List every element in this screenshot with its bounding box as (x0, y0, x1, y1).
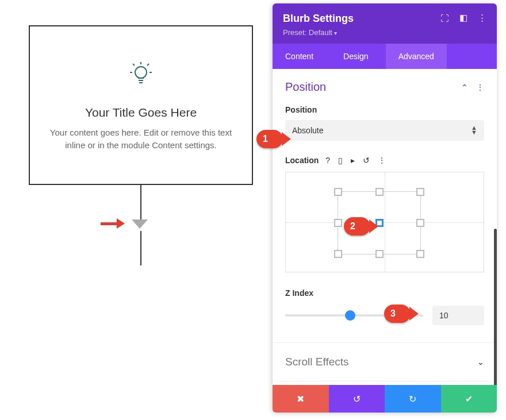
connector-line-top (140, 185, 141, 219)
select-arrows-icon: ▲▼ (471, 126, 477, 134)
phone-icon[interactable]: ▯ (338, 156, 343, 165)
preview-title: Your Title Goes Here (85, 106, 197, 120)
hover-icon[interactable]: ▸ (351, 156, 355, 165)
reset-icon[interactable]: ↺ (363, 156, 370, 165)
group-position-title: Position (285, 80, 326, 94)
annotation-arrow-icon (101, 218, 125, 229)
location-grid[interactable] (285, 172, 484, 272)
undo-button[interactable]: ↺ (329, 385, 385, 413)
zindex-thumb[interactable] (345, 310, 355, 321)
tab-design[interactable]: Design (326, 44, 386, 69)
label-position: Position (285, 105, 484, 114)
panel-tabs: Content Design Advanced (273, 44, 497, 69)
zindex-input[interactable] (432, 306, 484, 325)
anchor-bot-right[interactable] (416, 250, 424, 258)
svg-point-0 (135, 67, 147, 78)
preset-dropdown[interactable]: Preset: Default (283, 28, 354, 37)
divider-triangle-icon (132, 219, 148, 229)
preview-description: Your content goes here. Edit or remove t… (49, 126, 233, 152)
select-position-value: Absolute (292, 126, 323, 135)
save-button[interactable]: ✔ (441, 385, 497, 413)
anchor-top-right[interactable] (416, 188, 424, 196)
panel-body: Position ⌃ ⋮ Position Absolute ▲▼ Locati… (273, 69, 497, 385)
group-position: Position ⌃ ⋮ Position Absolute ▲▼ Locati… (273, 69, 497, 343)
anchor-top-center[interactable] (375, 188, 384, 196)
location-more-icon[interactable]: ⋮ (378, 156, 386, 165)
anchor-bot-left[interactable] (334, 250, 342, 258)
group-scroll-effects[interactable]: Scroll Effects ⌄ (273, 343, 497, 382)
group-more-icon[interactable]: ⋮ (476, 83, 484, 92)
scrollbar[interactable] (494, 229, 497, 385)
connector-line-bottom (140, 231, 141, 265)
module-preview: Your Title Goes Here Your content goes h… (29, 25, 253, 185)
anchor-top-left[interactable] (334, 188, 342, 196)
panel-header: Blurb Settings Preset: Default ⛶ ◧ ⋮ (273, 3, 497, 44)
callout-2: 2 (344, 217, 370, 236)
tab-content[interactable]: Content (273, 44, 326, 69)
scroll-effects-title: Scroll Effects (285, 356, 349, 368)
anchor-bot-center[interactable] (375, 250, 384, 258)
panel-footer: ✖ ↺ ↻ ✔ (273, 385, 497, 413)
callout-3: 3 (384, 305, 411, 323)
more-icon[interactable]: ⋮ (478, 13, 486, 23)
anchor-mid-left[interactable] (334, 219, 342, 227)
panel-title: Blurb Settings (283, 13, 354, 25)
label-location: Location (285, 156, 319, 165)
settings-panel: Blurb Settings Preset: Default ⛶ ◧ ⋮ Con… (273, 3, 497, 413)
callout-1: 1 (256, 130, 283, 148)
expand-icon[interactable]: ⛶ (440, 13, 449, 23)
grid-icon[interactable]: ◧ (459, 13, 467, 23)
select-position[interactable]: Absolute ▲▼ (285, 120, 484, 141)
cancel-button[interactable]: ✖ (273, 385, 329, 413)
chevron-down-icon: ⌄ (477, 357, 484, 367)
redo-button[interactable]: ↻ (385, 385, 441, 413)
label-zindex: Z Index (285, 288, 484, 298)
collapse-icon[interactable]: ⌃ (461, 83, 468, 92)
lightbulb-icon (126, 59, 155, 91)
tab-advanced[interactable]: Advanced (386, 44, 447, 69)
anchor-mid-right[interactable] (416, 219, 424, 227)
help-icon[interactable]: ? (325, 156, 330, 165)
